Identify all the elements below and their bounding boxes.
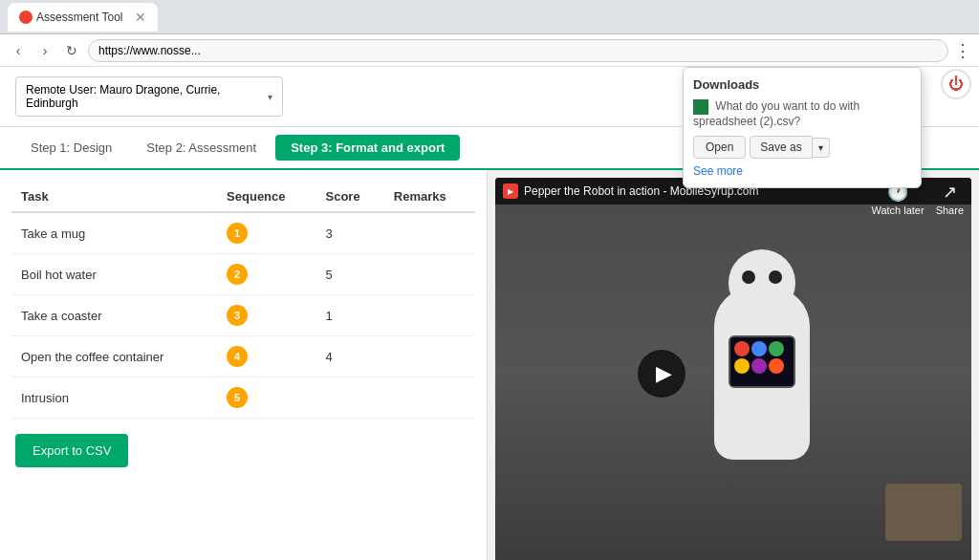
play-button[interactable]: ▶ [638,350,685,398]
share-icon: ↗ [943,182,957,203]
remarks-cell [384,336,475,377]
score-cell [316,377,384,419]
sequence-cell: 4 [217,336,315,377]
table-row: Take a coaster31 [11,295,475,336]
remarks-cell [384,254,475,295]
address-input[interactable] [88,39,948,62]
step-1[interactable]: Step 1: Design [15,135,127,161]
table-header-row: Task Sequence Score Remarks [11,182,475,212]
sequence-badge: 2 [227,264,248,285]
play-icon: ▶ [656,361,672,386]
app-icon-2 [751,341,767,356]
score-cell: 3 [316,212,384,254]
background-table [885,484,962,541]
save-as-group: Save as ▾ [750,136,829,159]
downloads-question: What do you want to do with spreadsheet … [693,99,911,128]
robot-screen [729,335,795,388]
task-cell: Open the coffee container [11,336,217,377]
app-icon-5 [751,358,767,374]
score-cell: 5 [316,254,384,295]
table-row: Take a mug13 [11,212,475,254]
step-3[interactable]: Step 3: Format and export [275,135,460,161]
popup-actions: Open Save as ▾ [693,136,911,159]
task-cell: Take a coaster [11,295,217,336]
open-button[interactable]: Open [693,136,746,159]
task-cell: Take a mug [11,212,217,254]
step-2[interactable]: Step 2: Assessment [131,135,272,161]
downloads-title: Downloads [693,77,911,92]
address-bar-row: ‹ › ↻ ⋮ [0,34,979,67]
remote-user-dropdown[interactable]: Remote User: Mauro Dragone, Currie, Edin… [15,76,283,117]
table-row: Intrusion5 [11,377,475,419]
extensions-icon[interactable]: ⋮ [954,40,971,61]
power-button[interactable]: ⏻ [941,69,971,99]
browser-tab[interactable]: Assessment Tool ✕ [8,3,158,32]
sequence-cell: 5 [217,377,315,419]
robot-figure [714,288,810,460]
forward-button[interactable]: › [34,40,55,61]
sequence-cell: 1 [217,212,315,254]
main-area: Task Sequence Score Remarks Take a mug13… [0,170,979,560]
sequence-badge: 3 [227,305,248,326]
task-cell: Intrusion [11,377,217,419]
csv-file-icon [693,99,708,115]
dropdown-chevron-icon: ▾ [268,92,272,102]
app-icon-1 [734,341,750,356]
browser-chrome: Assessment Tool ✕ [0,0,979,34]
score-cell: 4 [316,336,384,377]
sequence-badge: 5 [227,387,248,408]
col-task: Task [11,182,217,212]
remarks-cell [384,295,475,336]
share-button[interactable]: ↗ Share [936,182,964,216]
watch-later-label: Watch later [871,205,924,216]
col-sequence: Sequence [217,182,315,212]
sequence-cell: 2 [217,254,315,295]
task-cell: Boil hot water [11,254,217,295]
col-score: Score [316,182,384,212]
export-csv-button[interactable]: Export to CSV [15,434,128,467]
app-icon-4 [734,358,750,374]
remarks-cell [384,212,475,254]
app-icon-6 [769,358,784,374]
robot-right-eye [769,270,782,284]
save-as-button[interactable]: Save as [750,136,812,159]
sequence-badge: 4 [227,346,248,367]
col-remarks: Remarks [384,182,475,212]
robot-left-eye [742,270,755,284]
app-icon-3 [769,341,784,356]
save-as-dropdown[interactable]: ▾ [813,138,830,158]
youtube-favicon-icon [503,183,518,199]
remote-user-label: Remote User: Mauro Dragone, Currie, Edin… [26,83,260,110]
refresh-button[interactable]: ↻ [61,40,82,61]
video-area: Pepper the Robot in action - MobileSyrup… [488,170,979,560]
robot-screen-content [730,337,794,386]
table-area: Task Sequence Score Remarks Take a mug13… [0,170,488,560]
tab-title: Assessment Tool [36,11,123,24]
back-button[interactable]: ‹ [8,40,29,61]
table-row: Boil hot water25 [11,254,475,295]
see-more-link[interactable]: See more [693,164,911,178]
share-label: Share [936,205,964,216]
table-row: Open the coffee container44 [11,336,475,377]
sequence-badge: 1 [227,223,248,244]
remarks-cell [384,377,475,419]
assessment-table: Task Sequence Score Remarks Take a mug13… [11,182,475,419]
score-cell: 1 [316,295,384,336]
video-container[interactable]: Pepper the Robot in action - MobileSyrup… [495,178,971,560]
robot-head [729,249,795,316]
robot-body [714,288,810,460]
sequence-cell: 3 [217,295,315,336]
downloads-popup: Downloads What do you want to do with sp… [683,67,922,188]
tab-favicon [19,11,33,24]
